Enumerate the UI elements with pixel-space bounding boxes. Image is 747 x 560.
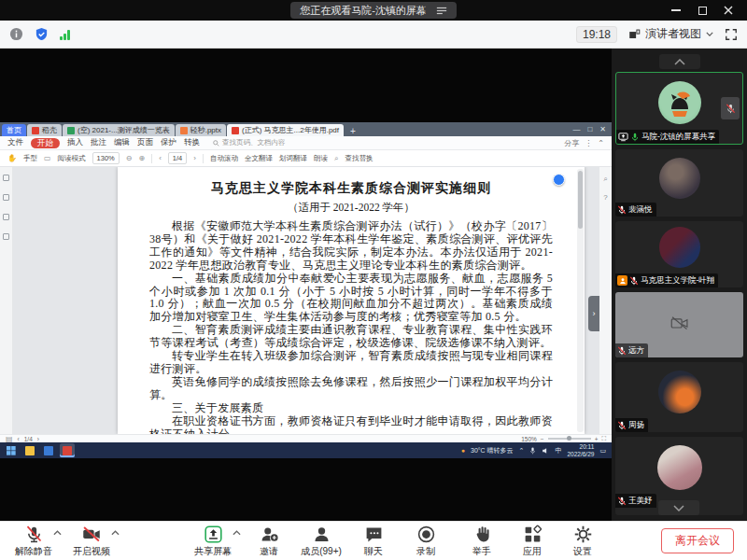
layout-icon	[628, 28, 641, 40]
wps-tab-docer[interactable]: 稻壳	[27, 124, 62, 136]
magnifier-icon[interactable]: ⌕	[603, 175, 607, 184]
start-video-button[interactable]: 开启视频	[71, 525, 112, 558]
window-minimize-button[interactable]	[663, 0, 689, 21]
slides-file-icon	[180, 127, 188, 134]
share-screen-icon	[204, 525, 223, 544]
wps-window-controls[interactable]: —□✕	[572, 122, 612, 136]
attachment-icon[interactable]	[3, 233, 9, 240]
chevron-up-icon[interactable]	[233, 530, 241, 536]
find-icon[interactable]: ⌕	[334, 154, 338, 163]
participant-tile[interactable]: 周扬	[615, 362, 743, 432]
notification-center-icon[interactable]: ▭	[599, 447, 606, 455]
tray-ime-indicator[interactable]: 中	[555, 446, 561, 455]
wps-collapse-icon[interactable]: ⌃	[598, 139, 604, 147]
wps-tab-pdf-active[interactable]: (正式) 马克思主...2年使用.pdf	[227, 124, 344, 136]
invite-button[interactable]: 邀请	[248, 525, 289, 558]
taskbar-wps-icon[interactable]	[41, 443, 56, 457]
wps-share-button[interactable]: 分享	[564, 138, 579, 148]
window-close-button[interactable]	[715, 0, 741, 21]
network-signal-icon[interactable]	[60, 29, 70, 40]
sidebar-collapse-button[interactable]	[659, 54, 700, 69]
participant-tile[interactable]: 裴涵悦	[615, 149, 743, 217]
tray-expand-icon[interactable]: ⌃	[519, 447, 525, 455]
scrollbar-thumb[interactable]	[578, 171, 583, 229]
participant-tile[interactable]: 马克思主义学院-叶翔	[615, 221, 743, 287]
participant-tile[interactable]: 远方	[615, 292, 743, 357]
menu-start[interactable]: 开始	[31, 138, 60, 148]
taskbar-clock[interactable]: 20:11 2022/6/29	[567, 443, 594, 457]
help-icon[interactable]: ?	[603, 193, 607, 202]
status-fullscreen-icon[interactable]: ⛶	[601, 435, 606, 442]
panel-expand-tab[interactable]: ›	[588, 296, 599, 331]
wps-tab-slides[interactable]: 轻秒.pptx	[176, 124, 226, 136]
chevron-up-icon[interactable]	[53, 530, 62, 536]
zoom-out-icon[interactable]: ⊖	[126, 154, 133, 162]
menu-page[interactable]: 页面	[137, 137, 153, 148]
read-mode-icon[interactable]: ▭	[44, 154, 51, 162]
apps-button[interactable]: 应用	[512, 525, 553, 558]
fullscreen-icon[interactable]	[725, 28, 738, 41]
status-prev-icon[interactable]: ‹	[18, 436, 20, 442]
wps-zoom-value[interactable]: 130%	[92, 152, 120, 164]
document-scrollbar[interactable]	[577, 169, 584, 432]
hand-tool-icon[interactable]: ✋	[7, 154, 17, 162]
banner-menu-icon[interactable]	[436, 7, 447, 15]
menu-file[interactable]: 文件	[7, 137, 23, 148]
wps-new-tab-button[interactable]: +	[345, 126, 361, 136]
tray-volume-icon[interactable]	[542, 447, 549, 455]
watching-banner[interactable]: 您正在观看马院-沈镇的屏幕	[290, 2, 457, 19]
unmute-button[interactable]: 解除静音	[13, 525, 54, 558]
annotation-icon[interactable]	[3, 214, 9, 220]
taskbar-pdf-icon[interactable]	[60, 443, 75, 457]
participant-tile-sharer[interactable]: 马院-沈镇的屏幕共享	[615, 72, 743, 145]
chevron-up-icon[interactable]	[111, 530, 120, 536]
find-replace-label[interactable]: 查找替换	[345, 154, 373, 163]
members-button[interactable]: 成员(99+)	[301, 525, 342, 558]
record-button[interactable]: 录制	[405, 525, 446, 558]
meeting-info-icon[interactable]	[9, 27, 23, 41]
participant-name: 裴涵悦	[628, 204, 653, 216]
titlebar: 您正在观看马院-沈镇的屏幕	[0, 0, 747, 21]
status-zoom-out-icon[interactable]: −	[541, 436, 544, 442]
view-mode-switcher[interactable]: 演讲者视图	[628, 26, 713, 42]
zoom-in-icon[interactable]: ⊕	[138, 154, 145, 162]
raise-hand-button[interactable]: 举手	[461, 525, 502, 558]
start-button[interactable]	[4, 443, 19, 457]
settings-button[interactable]: 设置	[562, 525, 603, 558]
mic-off-icon	[24, 525, 44, 544]
leave-meeting-button[interactable]: 离开会议	[661, 528, 734, 553]
menu-annotate[interactable]: 批注	[91, 137, 106, 148]
read-mode-label[interactable]: 阅读模式	[58, 154, 86, 163]
status-zoom-in-icon[interactable]: +	[595, 436, 599, 442]
wps-tab-home[interactable]: 首页	[2, 124, 26, 136]
window-maximize-button[interactable]	[689, 0, 715, 21]
wps-tab-sheet[interactable]: (空) 2021-...测评成绩一览表	[63, 124, 175, 136]
hand-tool-label[interactable]: 手型	[23, 154, 37, 163]
chat-button[interactable]: 聊天	[353, 525, 394, 558]
menu-protect[interactable]: 保护	[161, 137, 176, 148]
wps-page-indicator[interactable]: 1/4	[168, 152, 187, 164]
prev-page-icon[interactable]: ‹	[159, 154, 162, 162]
share-screen-button[interactable]: 共享屏幕	[192, 525, 233, 558]
wps-more-icon[interactable]: ⋮	[585, 139, 592, 147]
read-aloud-label[interactable]: 朗读	[314, 154, 328, 163]
word-translate-label[interactable]: 划词翻译	[279, 154, 307, 163]
next-page-icon[interactable]: ›	[193, 154, 196, 162]
auto-scroll-label[interactable]: 自动滚动	[210, 154, 238, 163]
taskbar-explorer-icon[interactable]	[22, 443, 37, 457]
participant-mute-button[interactable]	[721, 97, 740, 119]
bookmark-icon[interactable]	[3, 194, 9, 201]
outline-icon[interactable]	[3, 175, 9, 181]
status-next-icon[interactable]: ›	[37, 436, 39, 442]
assistant-float-button[interactable]	[553, 174, 565, 186]
zoom-slider[interactable]	[548, 438, 591, 440]
menu-insert[interactable]: 插入	[67, 137, 83, 148]
menu-edit[interactable]: 编辑	[114, 137, 130, 148]
weather-text[interactable]: 30°C 晴转多云	[471, 446, 514, 455]
tray-mic-icon[interactable]	[529, 447, 536, 455]
menu-convert[interactable]: 转换	[184, 137, 200, 148]
wps-search-box[interactable]: 查找页码、文档内容	[213, 138, 286, 147]
translate-label[interactable]: 全文翻译	[245, 154, 273, 163]
security-shield-icon[interactable]	[35, 27, 49, 41]
sidebar-scroll-down-button[interactable]	[658, 500, 699, 515]
